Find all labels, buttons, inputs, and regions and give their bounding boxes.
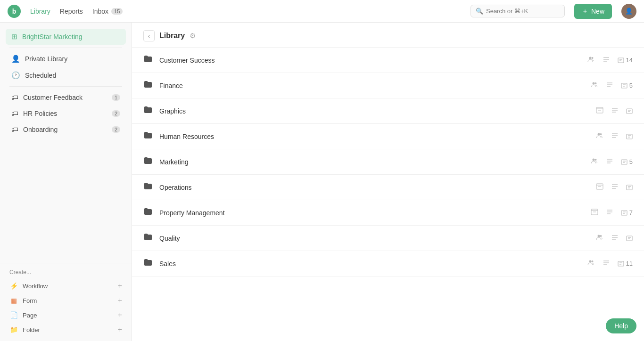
- svg-rect-38: [621, 160, 627, 164]
- create-folder[interactable]: 📁 Folder +: [4, 323, 128, 337]
- svg-point-60: [600, 235, 602, 237]
- create-page[interactable]: 📄 Page +: [4, 308, 128, 322]
- grid-icon: ⊞: [11, 32, 17, 41]
- folder-actions: 5: [591, 157, 633, 166]
- folder-name: Marketing: [159, 158, 584, 166]
- form-label: Form: [23, 297, 37, 304]
- list-icon[interactable]: [606, 208, 613, 217]
- folder-row[interactable]: Customer Success 14: [132, 48, 644, 73]
- hr-policies-count: 2: [112, 110, 120, 117]
- svg-rect-47: [627, 185, 632, 190]
- folder-actions: [596, 132, 633, 141]
- list-icon[interactable]: [603, 259, 610, 268]
- sidebar-item-scheduled[interactable]: 🕐 Scheduled: [6, 67, 126, 83]
- sidebar-item-private-library[interactable]: 👤 Private Library: [6, 51, 126, 67]
- collapse-button[interactable]: ‹: [143, 30, 155, 41]
- team-icon[interactable]: [591, 81, 598, 90]
- list-icon[interactable]: [611, 234, 619, 243]
- folder-count: 7: [621, 209, 633, 216]
- folder-count: 11: [618, 260, 633, 267]
- page-add-icon[interactable]: +: [118, 311, 122, 319]
- team-icon[interactable]: [596, 132, 603, 141]
- create-workflow[interactable]: ⚡ Workflow +: [4, 279, 128, 293]
- folder-actions: [596, 106, 633, 115]
- sidebar-item-hr-policies[interactable]: 🏷 HR Policies 2: [6, 106, 126, 121]
- folder-row[interactable]: Property Management 7: [132, 200, 644, 226]
- folder-name: Quality: [159, 235, 589, 242]
- svg-point-67: [589, 260, 591, 263]
- content-area: ‹ Library ⚙ Customer Success 14: [132, 23, 644, 341]
- library-title: Library: [159, 32, 185, 40]
- tag-icon-1: 🏷: [11, 93, 18, 101]
- folder-name: Operations: [159, 184, 589, 191]
- list-icon[interactable]: [611, 106, 619, 115]
- folder-row[interactable]: Human Resources: [132, 124, 644, 149]
- svg-rect-5: [618, 58, 624, 63]
- folder-count: 5: [621, 82, 633, 89]
- tag-icon-3: 🏷: [11, 125, 18, 133]
- folder-icon: [143, 258, 153, 269]
- list-icon[interactable]: [606, 157, 613, 166]
- team-icon[interactable]: [596, 106, 603, 115]
- folder-count: 5: [621, 158, 633, 165]
- svg-rect-72: [618, 261, 624, 266]
- team-icon[interactable]: [591, 208, 598, 217]
- list-icon[interactable]: [611, 183, 619, 192]
- team-icon[interactable]: [587, 56, 595, 65]
- search-input[interactable]: [486, 8, 552, 15]
- sidebar-bottom: Create... ⚡ Workflow + ▦ Form + 📄 Page +…: [0, 263, 132, 341]
- workflow-label: Workflow: [23, 283, 48, 290]
- folder-name: Sales: [159, 260, 581, 268]
- scheduled-label: Scheduled: [25, 72, 120, 79]
- list-icon[interactable]: [606, 81, 613, 90]
- team-icon[interactable]: [596, 234, 603, 243]
- folder-name: Graphics: [159, 107, 589, 115]
- folder-icon: [143, 232, 153, 244]
- create-form[interactable]: ▦ Form +: [4, 293, 128, 308]
- new-button[interactable]: ＋ New: [574, 4, 612, 19]
- nav-inbox[interactable]: Inbox 15: [92, 8, 123, 15]
- help-button[interactable]: Help: [606, 318, 636, 333]
- folder-actions: 11: [587, 259, 633, 268]
- plus-icon: ＋: [582, 7, 588, 16]
- folder-actions: [596, 183, 633, 192]
- team-icon[interactable]: [587, 259, 595, 268]
- list-icon[interactable]: [611, 132, 619, 141]
- avatar[interactable]: 👤: [621, 4, 636, 19]
- list-icon[interactable]: [603, 56, 610, 65]
- folder-add-icon[interactable]: +: [118, 325, 122, 334]
- folders-list: Customer Success 14 Finance: [132, 48, 644, 341]
- nav-library[interactable]: Library: [30, 8, 50, 15]
- folder-create-icon: 📁: [9, 325, 18, 334]
- sidebar-item-onboarding[interactable]: 🏷 Onboarding 2: [6, 122, 126, 137]
- person-icon: 👤: [11, 55, 20, 63]
- folder-row[interactable]: Marketing 5: [132, 149, 644, 175]
- workflow-add-icon[interactable]: +: [118, 282, 122, 290]
- folder-row[interactable]: Operations: [132, 175, 644, 200]
- team-icon[interactable]: [591, 157, 598, 166]
- folder-name: Property Management: [159, 209, 584, 217]
- nav-reports[interactable]: Reports: [60, 8, 83, 15]
- content-header: ‹ Library ⚙: [132, 23, 644, 48]
- folder-actions: 14: [587, 56, 633, 65]
- app-logo[interactable]: b: [8, 5, 21, 18]
- search-icon: 🔍: [476, 8, 483, 15]
- svg-point-26: [600, 133, 602, 135]
- sidebar-item-customer-feedback[interactable]: 🏷 Customer Feedback 1: [6, 89, 126, 105]
- svg-point-1: [591, 57, 593, 59]
- folder-row[interactable]: Sales 11: [132, 251, 644, 276]
- folder-icon: [143, 54, 153, 66]
- form-add-icon[interactable]: +: [118, 296, 122, 305]
- folder-row[interactable]: Graphics: [132, 98, 644, 124]
- sidebar: ⊞ BrightStar Marketing 👤 Private Library…: [0, 23, 132, 341]
- create-label: Create...: [2, 267, 130, 278]
- team-icon[interactable]: [596, 183, 603, 192]
- customer-feedback-label: Customer Feedback: [23, 94, 107, 101]
- search-bar[interactable]: 🔍: [471, 5, 565, 17]
- folder-row[interactable]: Finance 5: [132, 73, 644, 98]
- hr-policies-label: HR Policies: [23, 110, 107, 117]
- sidebar-item-workspace[interactable]: ⊞ BrightStar Marketing: [6, 29, 126, 45]
- settings-icon[interactable]: ⚙: [190, 32, 196, 40]
- folder-row[interactable]: Quality: [132, 226, 644, 251]
- private-library-label: Private Library: [25, 55, 120, 63]
